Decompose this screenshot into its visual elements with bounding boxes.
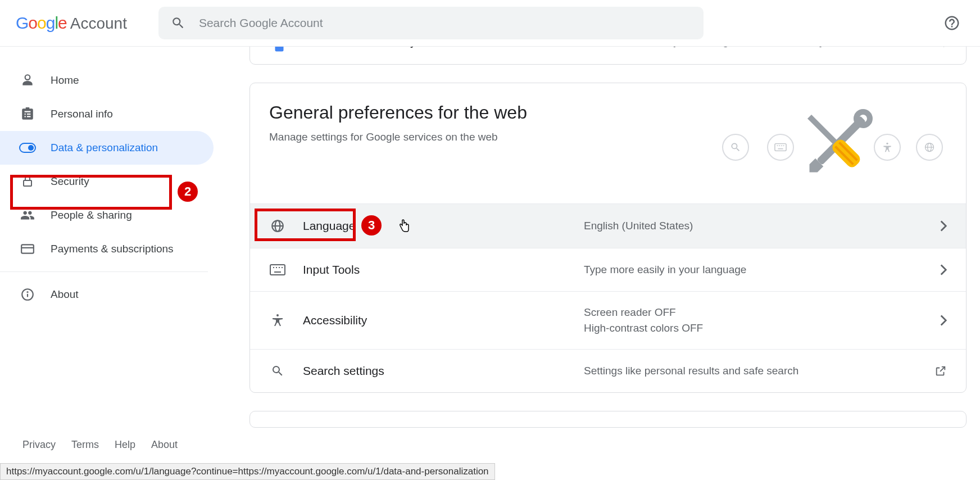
help-icon [943,15,960,31]
svg-rect-2 [24,180,31,186]
sidebar-item-label: About [51,288,79,301]
trash-icon [267,47,292,52]
tools-illustration [722,102,947,187]
pref-value: Screen reader OFF High-contrast colors O… [584,306,923,334]
search-icon [171,16,185,30]
delete-service-subtitle: You can do this if you no longer use a s… [589,47,925,48]
sidebar-item-label: Payments & subscriptions [51,243,174,255]
sidebar-item-about[interactable]: About [0,278,214,311]
logo[interactable]: Google Account [16,13,127,33]
chevron-right-icon [942,47,949,47]
sidebar-item-label: People & sharing [51,209,132,221]
footer-link-help[interactable]: Help [115,439,135,451]
prefs-heading: General preferences for the web [269,102,527,123]
people-icon [19,208,36,223]
pref-label: Accessibility [303,314,567,327]
delete-service-row[interactable]: Delete a service or your account You can… [250,47,966,64]
google-logo: Google [16,13,67,33]
next-card-peek [249,411,967,428]
pref-label: Input Tools [303,263,567,277]
annotation-number-2: 2 [178,182,198,202]
chevron-right-icon [940,220,947,232]
sidebar-item-payments[interactable]: Payments & subscriptions [0,232,214,266]
header: Google Account [0,0,980,47]
main-content: Delete a service or your account You can… [236,47,980,480]
prefs-rows: Language English (United States) 3 Input… [250,203,966,392]
help-button[interactable] [940,11,964,35]
chevron-right-icon [940,264,947,275]
home-icon [19,73,36,88]
card-icon [19,242,36,256]
sidebar-item-people-sharing[interactable]: People & sharing [0,198,214,232]
accessibility-icon [269,314,286,327]
pref-value: Type more easily in your language [584,264,923,276]
sidebar-item-label: Personal info [51,108,113,120]
status-bar-url: https://myaccount.google.com/u/1/languag… [0,463,495,480]
search-bar[interactable] [158,7,704,39]
pref-row-accessibility[interactable]: Accessibility Screen reader OFF High-con… [250,291,966,349]
general-preferences-card: General preferences for the web Manage s… [249,83,967,393]
keyboard-icon [269,264,286,275]
pref-value: English (United States) [584,220,923,232]
search-input[interactable] [199,16,691,30]
pref-label: Search settings [303,364,567,378]
svg-rect-22 [807,115,840,147]
badge-icon [19,107,36,121]
annotation-number-3: 3 [361,215,382,236]
svg-point-35 [276,314,279,316]
svg-point-16 [886,143,888,144]
info-icon [19,287,36,302]
footer-link-about[interactable]: About [151,439,178,451]
sidebar-item-personal-info[interactable]: Personal info [0,97,214,131]
delete-service-title: Delete a service or your account [308,47,573,48]
delete-service-card: Delete a service or your account You can… [249,47,967,65]
globe-icon [269,219,286,233]
prefs-subheading: Manage settings for Google services on t… [269,131,527,143]
svg-rect-29 [270,265,285,275]
pref-value: Settings like personal results and safe … [584,365,918,377]
sidebar: Home Personal info Data & personalizatio… [0,47,236,480]
account-label: Account [70,15,127,33]
pref-row-input-tools[interactable]: Input Tools Type more easily in your lan… [250,248,966,291]
search-mini-icon [722,134,749,161]
footer-link-privacy[interactable]: Privacy [22,439,56,451]
sidebar-item-label: Security [51,175,89,188]
pref-row-search-settings[interactable]: Search settings Settings like personal r… [250,349,966,392]
lock-icon [19,175,36,188]
svg-point-1 [28,145,34,151]
svg-point-7 [27,292,28,292]
cursor-pointer-icon [398,219,410,233]
pref-label: Language [303,219,567,233]
sidebar-divider [0,271,208,272]
sidebar-item-data-personalization[interactable]: Data & personalization [0,131,214,165]
toggle-icon [19,143,36,153]
wrench-screwdriver-icon [790,102,885,187]
sidebar-item-label: Data & personalization [51,142,158,154]
sidebar-item-home[interactable]: Home [0,64,214,97]
footer-links: Privacy Terms Help About [22,439,178,451]
globe-mini-icon [916,134,943,161]
search-icon [269,364,286,378]
svg-rect-3 [21,244,34,253]
svg-rect-10 [775,144,786,151]
chevron-right-icon [940,315,947,326]
footer-link-terms[interactable]: Terms [71,439,99,451]
external-link-icon [934,365,947,377]
prefs-header: General preferences for the web Manage s… [250,83,966,187]
pref-row-language[interactable]: Language English (United States) 3 [250,203,966,248]
sidebar-item-label: Home [51,74,79,87]
